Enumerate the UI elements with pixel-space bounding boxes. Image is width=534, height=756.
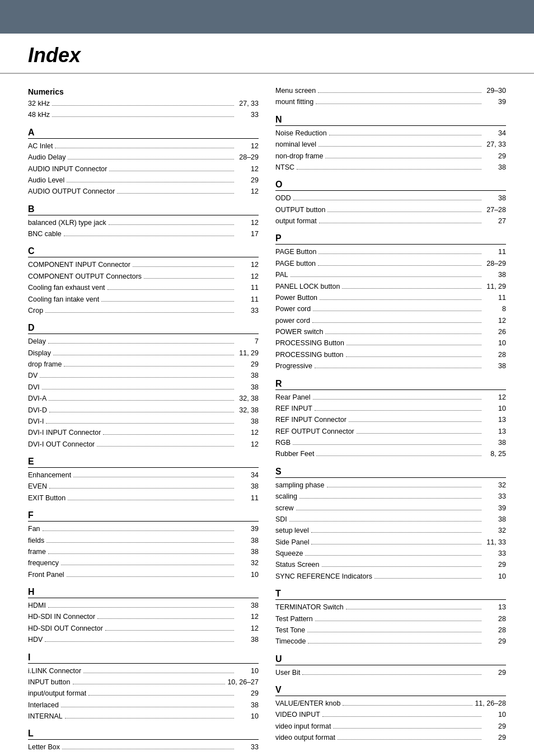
index-row: Test Pattern28: [275, 614, 506, 624]
index-page: 12: [236, 164, 259, 175]
index-page: 10: [236, 666, 259, 677]
index-term: HDMI: [28, 600, 46, 611]
index-page: 10: [236, 570, 259, 580]
index-term: Status Screen: [275, 560, 320, 570]
index-term: 32 kHz: [28, 98, 50, 109]
index-page: 11: [236, 283, 259, 293]
index-page: 12: [236, 218, 259, 228]
index-term: User Bit: [275, 668, 300, 678]
index-term: Power cord: [275, 304, 311, 314]
index-page: 12: [236, 271, 259, 282]
index-dots: [52, 105, 234, 106]
index-page: 11: [484, 293, 506, 303]
index-row: HDMI38: [28, 600, 259, 611]
index-page: 32: [484, 525, 506, 536]
index-page: 10: [484, 710, 506, 720]
index-dots: [55, 148, 234, 148]
index-dots: [83, 673, 234, 673]
index-dots: [103, 434, 234, 435]
index-page: 11, 33: [484, 537, 506, 548]
index-dots: [133, 266, 234, 267]
index-term: setup level: [275, 525, 309, 536]
index-row: mount fitting39: [275, 97, 506, 107]
index-dots: [320, 299, 481, 300]
index-dots: [109, 171, 234, 171]
index-page: 11, 29: [484, 281, 506, 292]
section-letter-t: T: [275, 589, 506, 600]
index-row: PANEL LOCK button11, 29: [275, 281, 506, 292]
index-dots: [45, 312, 234, 313]
index-page: 33: [236, 110, 259, 120]
index-dots: [308, 643, 481, 644]
index-term: DVI-I INPUT Connector: [28, 428, 101, 438]
index-term: AUDIO OUTPUT Connector: [28, 186, 115, 197]
index-dots: [43, 530, 234, 531]
index-dots: [305, 555, 481, 556]
index-dots: [48, 343, 234, 344]
index-page: 32, 38: [236, 393, 259, 404]
index-term: NTSC: [275, 162, 294, 173]
index-term: PROCESSING button: [275, 350, 344, 360]
index-term: Test Tone: [275, 625, 305, 636]
index-page: 38: [484, 514, 506, 525]
index-row: VIDEO INPUT10: [275, 710, 506, 720]
index-term: output format: [275, 216, 317, 227]
index-dots: [316, 456, 481, 456]
index-row: DVI-I INPUT Connector12: [28, 428, 259, 438]
index-term: input/output format: [28, 688, 86, 699]
index-term: Side Panel: [275, 537, 309, 548]
index-term: REF INPUT Connector: [275, 415, 346, 425]
index-row: Display11, 29: [28, 348, 259, 359]
index-term: COMPONENT INPUT Connector: [28, 260, 130, 270]
index-term: COMPONENT OUTPUT Connectors: [28, 271, 142, 282]
index-row: HD-SDI IN Connector12: [28, 612, 259, 622]
index-row: REF INPUT Connector13: [275, 415, 506, 425]
index-row: input/output format29: [28, 688, 259, 699]
index-page: 10: [484, 338, 506, 349]
index-page: 26: [484, 327, 506, 337]
index-dots: [67, 576, 234, 577]
index-page: 27–28: [484, 205, 506, 215]
index-dots: [48, 607, 234, 608]
index-dots: [293, 200, 481, 200]
index-page: 29: [484, 151, 506, 162]
index-page: 10, 26–27: [227, 677, 259, 688]
index-term: Crop: [28, 306, 43, 316]
index-row: SYNC REFERENCE Indicators10: [275, 571, 506, 582]
index-row: POWER switch26: [275, 327, 506, 337]
index-dots: [291, 276, 481, 277]
index-dots: [318, 92, 481, 93]
index-row: Delay7: [28, 336, 259, 347]
section-letter-p: P: [275, 233, 506, 245]
section-letter-a: A: [28, 128, 259, 139]
index-page: 32: [484, 480, 506, 491]
index-row: VALUE/ENTER knob11, 26–28: [275, 698, 506, 709]
index-dots: [343, 705, 472, 706]
index-dots: [313, 399, 481, 400]
index-page: 11: [484, 247, 506, 257]
index-dots: [315, 621, 481, 621]
section-letter-f: F: [28, 510, 259, 522]
section-letter-numerics: Numerics: [28, 87, 259, 96]
index-term: AC Inlet: [28, 141, 53, 152]
index-term: frame: [28, 547, 46, 557]
index-dots: [97, 446, 234, 447]
index-row: DVI-I38: [28, 416, 259, 427]
index-term: balanced (XLR) type jack: [28, 218, 106, 228]
index-row: INTERNAL10: [28, 711, 259, 722]
index-dots: [46, 423, 234, 424]
index-term: Rear Panel: [275, 392, 311, 403]
index-row: 32 kHz27, 33: [28, 98, 259, 109]
section-letter-v: V: [275, 685, 506, 696]
index-page: 12: [236, 623, 259, 634]
index-dots: [46, 542, 234, 543]
index-page: 38: [484, 438, 506, 448]
index-term: DVI: [28, 382, 40, 393]
index-page: 28: [484, 350, 506, 360]
index-row: DV38: [28, 370, 259, 381]
index-dots: [62, 749, 234, 749]
index-page: 27, 33: [236, 98, 259, 109]
index-row: Rubber Feet8, 25: [275, 449, 506, 459]
index-page: 12: [236, 439, 259, 450]
index-page: 38: [236, 700, 259, 711]
